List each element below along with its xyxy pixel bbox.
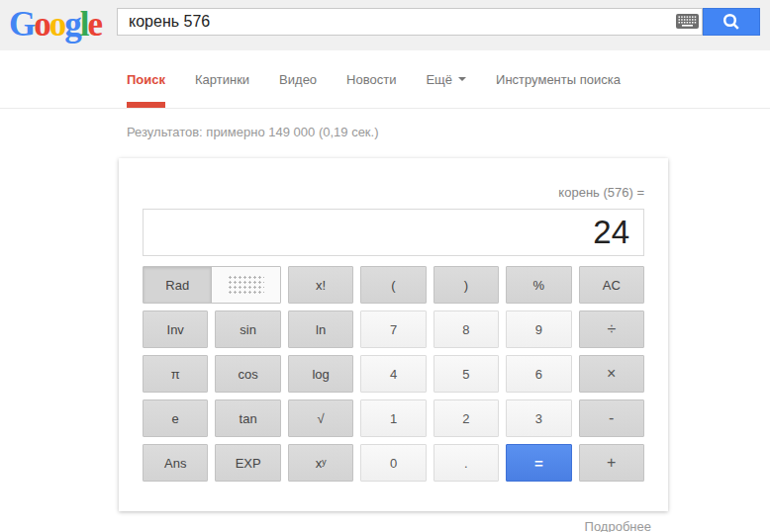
calc-button-cos[interactable]: cos — [215, 355, 280, 393]
search-header: Google — [0, 0, 770, 50]
calc-button-log[interactable]: log — [288, 355, 353, 393]
calc-button-subtract[interactable]: - — [579, 399, 644, 437]
calc-button-digit-5[interactable]: 5 — [433, 355, 499, 393]
calc-button-pi[interactable]: π — [143, 355, 208, 393]
search-input[interactable] — [117, 8, 703, 36]
calc-button-open-paren[interactable]: ( — [360, 266, 426, 304]
logo-letter: g — [64, 5, 80, 44]
calc-button-sin[interactable]: sin — [215, 310, 280, 348]
tab-images[interactable]: Картинки — [195, 50, 249, 108]
keyboard-icon[interactable] — [676, 14, 699, 29]
tab-label: Видео — [279, 72, 317, 87]
calc-rad-deg-toggle[interactable]: Rad — [143, 266, 281, 304]
google-logo[interactable]: Google — [9, 1, 101, 48]
calc-button-digit-0[interactable]: 0 — [360, 444, 426, 482]
calc-button-decimal[interactable]: . — [433, 444, 499, 482]
calculator-display: 24 — [143, 209, 644, 256]
calc-button-digit-6[interactable]: 6 — [506, 355, 571, 393]
calc-button-digit-8[interactable]: 8 — [433, 310, 499, 348]
calc-button-sqrt[interactable]: √ — [288, 399, 353, 437]
tab-label: Ещё — [426, 72, 452, 87]
calc-button-power[interactable]: xʸ — [288, 444, 353, 482]
more-link-row: Подробнее — [119, 517, 668, 532]
tab-label: Картинки — [195, 72, 249, 87]
keypad-dots-icon — [228, 275, 264, 296]
search-icon — [722, 12, 741, 32]
calc-button-percent[interactable]: % — [506, 266, 571, 304]
calc-button-digit-9[interactable]: 9 — [506, 310, 571, 348]
calc-button-factorial[interactable]: x! — [288, 266, 353, 304]
calc-button-all-clear[interactable]: AC — [579, 266, 644, 304]
logo-letter: e — [87, 5, 101, 44]
calc-button-equals[interactable]: = — [506, 444, 571, 482]
results-nav: ПоискКартинкиВидеоНовостиЕщёИнструменты … — [0, 50, 770, 109]
calc-button-digit-1[interactable]: 1 — [360, 399, 426, 437]
tab-search[interactable]: Поиск — [127, 50, 165, 108]
more-link[interactable]: Подробнее — [585, 519, 651, 532]
chevron-down-icon — [458, 77, 466, 81]
calculator-keypad: Radx!()%ACInvsinln789÷πcoslog456×etan√12… — [143, 266, 644, 482]
calc-button-keypad[interactable] — [212, 267, 279, 303]
calc-button-rad[interactable]: Rad — [144, 267, 212, 303]
calculator-expression: корень (576) = — [143, 158, 644, 200]
results-stats: Результатов: примерно 149 000 (0,19 сек.… — [127, 125, 770, 139]
calc-button-euler[interactable]: e — [143, 399, 208, 437]
tab-video[interactable]: Видео — [279, 50, 317, 108]
calc-button-digit-4[interactable]: 4 — [360, 355, 426, 393]
calc-button-digit-7[interactable]: 7 — [360, 310, 426, 348]
calc-button-digit-2[interactable]: 2 — [433, 399, 499, 437]
tab-label: Поиск — [127, 72, 165, 87]
calc-button-close-paren[interactable]: ) — [433, 266, 499, 304]
tab-label: Инструменты поиска — [496, 72, 621, 87]
calc-button-digit-3[interactable]: 3 — [506, 399, 571, 437]
calc-button-ans[interactable]: Ans — [143, 444, 208, 482]
tab-more[interactable]: Ещё — [426, 50, 466, 108]
tab-label: Новости — [346, 72, 396, 87]
calc-button-add[interactable]: + — [579, 444, 644, 482]
logo-letter: o — [49, 5, 65, 44]
logo-letter: o — [34, 5, 49, 44]
calc-button-multiply[interactable]: × — [579, 355, 644, 393]
calc-button-inverse[interactable]: Inv — [143, 310, 208, 348]
calculator-card: корень (576) = 24 Radx!()%ACInvsinln789÷… — [119, 158, 668, 511]
logo-letter: G — [9, 5, 34, 44]
search-button[interactable] — [703, 8, 760, 36]
tab-search-tools[interactable]: Инструменты поиска — [496, 50, 621, 108]
calc-button-divide[interactable]: ÷ — [579, 310, 644, 348]
calc-button-exp[interactable]: EXP — [215, 444, 280, 482]
calc-button-tan[interactable]: tan — [215, 399, 280, 437]
tab-news[interactable]: Новости — [346, 50, 396, 108]
calc-button-natural-log[interactable]: ln — [288, 310, 353, 348]
